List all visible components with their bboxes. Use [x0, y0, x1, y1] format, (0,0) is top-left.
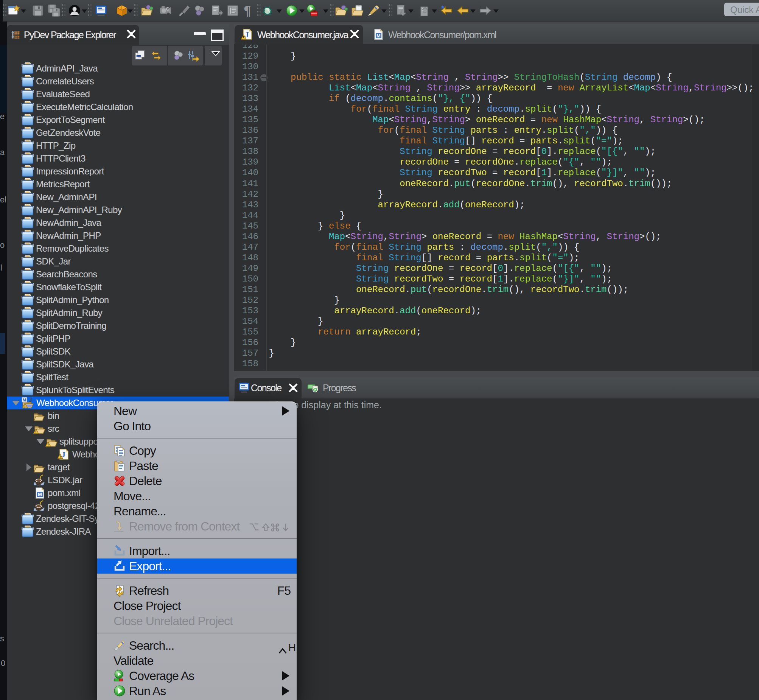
svg-text:J: J — [245, 31, 249, 39]
svg-text:J: J — [29, 397, 32, 403]
svg-text:M: M — [376, 33, 381, 39]
svg-text:C: C — [166, 6, 170, 12]
svg-text:¶: ¶ — [244, 5, 251, 17]
svg-text:M: M — [23, 398, 26, 402]
svg-text:M: M — [38, 492, 42, 497]
